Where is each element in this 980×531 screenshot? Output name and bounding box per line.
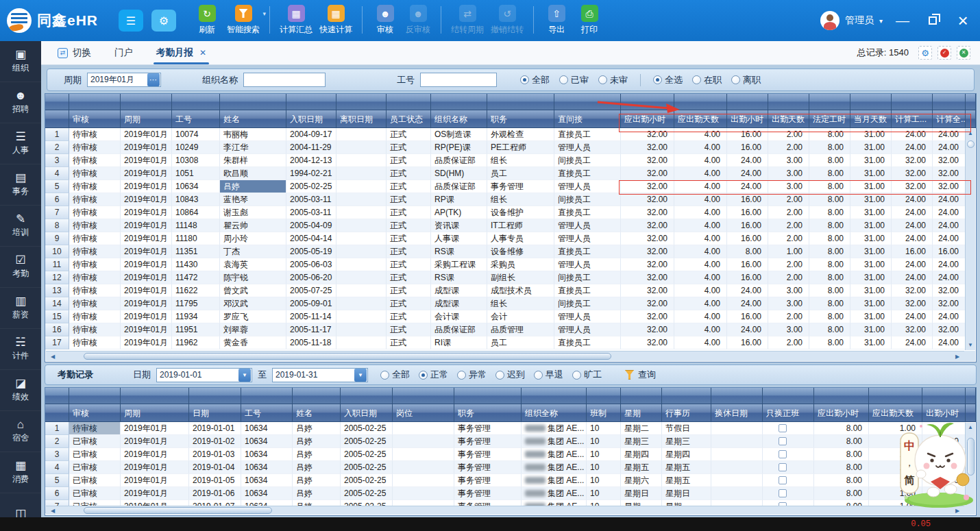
table-cell[interactable]: 2004-12-13 [286,154,336,167]
table-cell[interactable]: 正式 [387,271,431,284]
table-cell[interactable]: 11934 [172,310,220,323]
table-cell[interactable]: 2.00 [768,219,809,232]
audit-button[interactable]: ☻审核 [372,5,398,36]
table-cell[interactable]: 设备维护 [487,206,554,219]
table-cell[interactable]: 24.00 [727,180,768,193]
table-cell[interactable]: 2.00 [768,310,809,323]
table-cell[interactable]: 2019年01月 [121,323,172,336]
column-header[interactable]: 计算全... [933,110,966,128]
table-cell[interactable]: 2005-05-19 [286,245,336,258]
table-cell[interactable]: 16.00 [727,310,768,323]
scroll-right-arrow[interactable]: ▶ [952,351,963,361]
table-cell[interactable]: 1.00 [869,422,922,435]
table-cell[interactable]: 1051 [172,167,220,180]
scroll-left-arrow[interactable]: ◀ [47,351,58,361]
table-cell[interactable]: 4.00 [674,232,727,245]
table-cell[interactable]: 2019年01月 [121,487,189,500]
table-cell[interactable]: 1.00 [869,435,922,448]
table-cell[interactable]: 10 [587,487,621,500]
table-cell[interactable]: 人事专员 [487,232,554,245]
table-cell[interactable]: 集团 AE... [522,461,587,474]
table-cell[interactable]: 10249 [172,141,220,154]
table-cell[interactable]: 10 [587,461,621,474]
table-cell[interactable]: 8.00 [809,180,850,193]
table-cell[interactable]: 成型课 [431,297,487,310]
table-cell[interactable]: 24.00 [892,232,933,245]
table-cell[interactable]: 2005-06-03 [286,258,336,271]
table-cell[interactable]: 32.00 [621,297,674,310]
table-cell[interactable]: 韦丽梅 [220,128,286,141]
column-header[interactable]: 当月天数 [850,110,892,128]
horizontal-scrollbar[interactable]: ◀ ▶ [46,506,964,515]
table-cell[interactable] [711,487,763,500]
table-cell[interactable]: 待审核 [69,422,121,435]
table-cell[interactable]: 31.00 [850,219,892,232]
radio-旷工[interactable]: 旷工 [572,369,602,381]
table-cell[interactable]: 品质保证部 [431,180,487,193]
tab-portal[interactable]: 门户 [108,41,140,64]
calc-summary-button[interactable]: ▦计算汇总 [280,5,313,36]
column-header[interactable]: 职务 [487,110,554,128]
radio-全部[interactable]: 全部 [520,74,550,86]
table-cell[interactable]: 32.00 [933,167,966,180]
column-header[interactable]: 出勤小时 [727,110,768,128]
checkbox-unchecked[interactable] [779,437,787,445]
table-cell[interactable]: 会计课 [431,310,487,323]
table-cell[interactable]: 3.00 [768,180,809,193]
table-cell[interactable]: 品质保证部 [431,323,487,336]
table-cell[interactable] [763,474,814,487]
table-cell[interactable]: 16.00 [727,232,768,245]
table-cell[interactable]: 待审核 [69,193,121,206]
table-cell[interactable]: 组长 [487,193,554,206]
radio-早退[interactable]: 早退 [534,369,563,381]
table-cell[interactable]: 吕婷 [293,487,341,500]
table-cell[interactable]: 星期四 [621,448,662,461]
table-cell[interactable]: 星期五 [662,461,711,474]
table-cell[interactable]: 10634 [241,474,293,487]
table-cell[interactable] [393,487,454,500]
table-cell[interactable]: 待审核 [69,271,121,284]
table-cell[interactable]: 31.00 [850,271,892,284]
table-row[interactable]: 16待审核2019年01月11951刘翠蓉2005-11-17正式品质保证部品质… [45,323,976,336]
table-cell[interactable]: 正式 [387,323,431,336]
table-cell[interactable]: 外观检查 [487,128,554,141]
table-cell[interactable]: 16.00 [727,141,768,154]
table-cell[interactable] [393,474,454,487]
table-cell[interactable]: 2005-06-20 [286,271,336,284]
table-cell[interactable]: 3.00 [768,154,809,167]
table-cell[interactable]: 32.00 [933,323,966,336]
table-cell[interactable]: 2019-01-02 [189,435,241,448]
table-cell[interactable]: 16.00 [727,271,768,284]
table-cell[interactable]: 31.00 [850,154,892,167]
export-button[interactable]: ⇧导出 [543,5,569,36]
scroll-up-arrow[interactable]: ▲ [968,423,973,432]
table-cell[interactable]: 24.00 [892,336,933,349]
column-header[interactable]: 出勤小时 [922,404,966,422]
table-cell[interactable]: 正式 [387,297,431,310]
table-cell[interactable]: 朱群样 [220,154,286,167]
table-cell[interactable]: 事务管理 [454,487,522,500]
table-cell[interactable]: 集团 AE... [522,487,587,500]
table-cell[interactable]: 4.00 [674,180,727,193]
sidebar-item-performance[interactable]: ◪绩效 [0,370,41,411]
table-cell[interactable]: 10634 [172,180,220,193]
table-cell[interactable] [763,435,814,448]
table-row[interactable]: 9待审核2019年01月11180周小玲2005-04-14正式人事课人事专员管… [45,232,976,245]
table-cell[interactable]: 星期三 [662,435,711,448]
table-cell[interactable]: 24.00 [727,323,768,336]
table-cell[interactable] [711,461,763,474]
table-cell[interactable]: 正式 [387,128,431,141]
table-cell[interactable]: 8.00 [809,206,850,219]
table-cell[interactable]: 正式 [387,245,431,258]
table-cell[interactable]: 32.00 [621,271,674,284]
radio-已审[interactable]: 已审 [559,74,589,86]
table-row[interactable]: 15待审核2019年01月11934罗应飞2005-11-14正式会计课会计管理… [45,310,976,323]
checkbox-unchecked[interactable] [779,489,787,497]
table-cell[interactable]: 11351 [172,245,220,258]
tab-switch[interactable]: ⇄切换 [51,41,98,64]
date-to-field[interactable]: 2019-01-31 ▼ [272,368,368,382]
table-cell[interactable] [393,422,454,435]
table-cell[interactable]: 2005-03-11 [286,193,336,206]
org-name-input[interactable] [243,73,326,87]
table-cell[interactable]: RP课 [431,193,487,206]
